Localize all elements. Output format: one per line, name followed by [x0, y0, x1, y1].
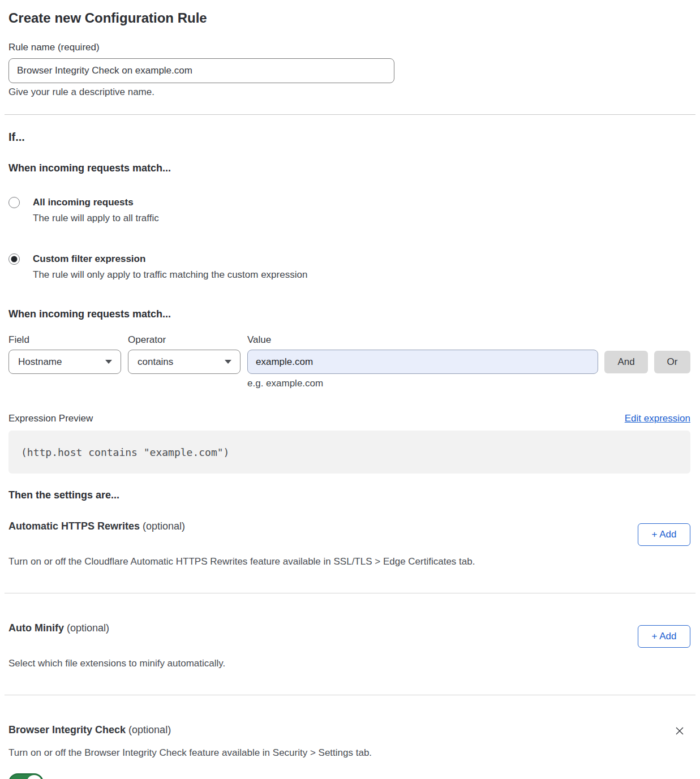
field-select[interactable]: Hostname — [8, 350, 121, 374]
add-button[interactable]: + Add — [638, 523, 690, 546]
setting-automatic-https-rewrites: Automatic HTTPS Rewrites (optional) + Ad… — [8, 520, 690, 568]
chevron-down-icon — [105, 360, 112, 364]
setting-divider — [5, 593, 695, 593]
setting-optional-tag: (optional) — [143, 520, 185, 532]
rule-name-input[interactable] — [8, 58, 394, 83]
add-button[interactable]: + Add — [638, 625, 690, 648]
expression-preview-label: Expression Preview — [8, 413, 93, 424]
rule-name-label: Rule name (required) — [8, 42, 690, 53]
radio-option-all-requests[interactable]: All incoming requests The rule will appl… — [8, 197, 690, 224]
radio-selected-icon[interactable] — [8, 253, 20, 265]
operator-select[interactable]: contains — [128, 350, 241, 374]
setting-auto-minify: Auto Minify (optional) + Add Select whic… — [8, 622, 690, 670]
setting-title: Automatic HTTPS Rewrites — [8, 520, 140, 532]
operator-label: Operator — [128, 334, 247, 346]
match-heading: When incoming requests match... — [8, 162, 690, 174]
setting-optional-tag: (optional) — [67, 622, 109, 634]
radio-label: Custom filter expression — [33, 253, 307, 265]
setting-optional-tag: (optional) — [128, 724, 171, 735]
operator-select-value: contains — [138, 356, 173, 368]
radio-description: The rule will only apply to traffic matc… — [33, 269, 307, 281]
close-icon[interactable] — [673, 725, 686, 737]
setting-divider — [5, 695, 695, 695]
setting-description: Turn on or off the Cloudflare Automatic … — [8, 556, 552, 568]
field-select-value: Hostname — [18, 356, 62, 368]
browser-integrity-check-toggle[interactable]: ✓ — [8, 773, 44, 779]
setting-title: Auto Minify — [8, 622, 64, 634]
if-heading: If... — [8, 130, 690, 144]
radio-option-custom-filter[interactable]: Custom filter expression The rule will o… — [8, 253, 690, 281]
and-button[interactable]: And — [604, 351, 648, 373]
radio-label: All incoming requests — [33, 197, 159, 208]
setting-title: Browser Integrity Check — [8, 724, 126, 735]
value-label: Value — [247, 334, 598, 346]
setting-description: Turn on or off the Browser Integrity Che… — [8, 747, 552, 759]
value-input[interactable] — [247, 350, 598, 374]
section-divider — [5, 114, 695, 115]
edit-expression-link[interactable]: Edit expression — [625, 413, 690, 424]
radio-unselected-icon[interactable] — [8, 197, 20, 208]
or-button[interactable]: Or — [654, 351, 690, 373]
field-label: Field — [8, 334, 128, 346]
radio-description: The rule will apply to all traffic — [33, 213, 159, 224]
setting-description: Select which file extensions to minify a… — [8, 657, 552, 670]
rule-name-helper: Give your rule a descriptive name. — [8, 87, 690, 98]
value-helper: e.g. example.com — [247, 378, 690, 389]
page-title: Create new Configuration Rule — [8, 9, 690, 27]
then-heading: Then the settings are... — [8, 489, 690, 501]
expression-preview-code: (http.host contains "example.com") — [8, 431, 690, 474]
chevron-down-icon — [225, 360, 231, 364]
toggle-knob[interactable] — [27, 775, 42, 779]
setting-browser-integrity-check: Browser Integrity Check (optional) Turn … — [8, 724, 690, 779]
expression-code-text: (http.host contains "example.com") — [21, 446, 229, 458]
builder-heading: When incoming requests match... — [8, 308, 690, 320]
